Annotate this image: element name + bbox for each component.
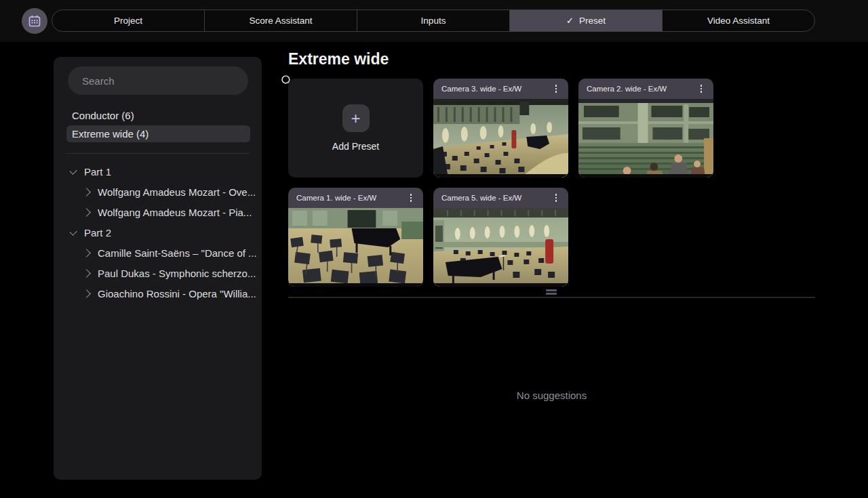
camera-preview <box>433 99 568 178</box>
tab-video-assistant[interactable]: Video Assistant <box>663 10 814 31</box>
chevron-right-icon <box>83 289 91 298</box>
tree-label: Wolfgang Amadeus Mozart - Ove... <box>98 186 256 198</box>
preset-card-camera-1[interactable]: Camera 1. wide - Ex/W <box>288 188 423 287</box>
app-window: Project Score Assistant Inputs ✓ Preset … <box>0 0 868 498</box>
tree-label: Gioachino Rossini - Opera "Willia... <box>98 288 256 299</box>
page-title: Extreme wide <box>288 50 389 68</box>
kebab-menu-icon[interactable] <box>696 83 707 94</box>
preset-card-header: Camera 3. wide - Ex/W <box>433 79 568 99</box>
preset-sidebar: Conductor (6) Extreme wide (4) Part 1 Wo… <box>54 57 262 480</box>
no-suggestions-text: No suggestions <box>288 390 815 401</box>
preset-card-header: Camera 5. wide - Ex/W <box>433 188 568 208</box>
category-label: Extreme wide (4) <box>72 128 149 140</box>
camera-preview <box>288 208 423 287</box>
search-input[interactable] <box>68 66 248 95</box>
tree-item-saint-saens[interactable]: Camille Saint-Saëns – "Dance of ... <box>83 245 257 260</box>
chevron-right-icon <box>83 269 91 278</box>
tree-item-rossini[interactable]: Gioachino Rossini - Opera "Willia... <box>83 286 256 301</box>
preset-card-header: Camera 1. wide - Ex/W <box>288 188 423 208</box>
preset-card-title: Camera 5. wide - Ex/W <box>441 194 551 202</box>
chevron-right-icon <box>83 188 91 196</box>
kebab-menu-icon[interactable] <box>551 83 561 94</box>
tree-label: Camille Saint-Saëns – "Dance of ... <box>98 247 257 259</box>
camera-preview <box>433 208 568 287</box>
suggestions-divider <box>288 297 815 298</box>
sidebar-divider <box>66 153 250 154</box>
chevron-down-icon <box>70 166 77 175</box>
preset-card-title: Camera 2. wide - Ex/W <box>587 85 696 93</box>
tab-label: Project <box>114 16 142 26</box>
category-conductor[interactable]: Conductor (6) <box>66 107 250 124</box>
preset-card-title: Camera 1. wide - Ex/W <box>296 194 406 202</box>
preset-card-camera-3[interactable]: Camera 3. wide - Ex/W <box>433 79 568 178</box>
preset-card-title: Camera 3. wide - Ex/W <box>441 85 551 93</box>
category-label: Conductor (6) <box>72 110 134 121</box>
kebab-menu-icon[interactable] <box>406 192 416 203</box>
preset-card-header: Camera 2. wide - Ex/W <box>578 79 713 99</box>
tree-item-mozart-piano[interactable]: Wolfgang Amadeus Mozart - Pia... <box>83 205 252 220</box>
chevron-right-icon <box>83 249 91 257</box>
tree-item-mozart-overture[interactable]: Wolfgang Amadeus Mozart - Ove... <box>83 184 256 199</box>
check-icon: ✓ <box>566 16 574 26</box>
tree-label: Wolfgang Amadeus Mozart - Pia... <box>98 207 252 218</box>
tree-label: Part 1 <box>84 166 111 178</box>
calendar-icon <box>28 14 41 28</box>
schedule-button[interactable] <box>22 8 47 34</box>
tab-inputs[interactable]: Inputs <box>357 10 510 31</box>
panel-resize-handle[interactable] <box>546 289 557 295</box>
add-preset-label: Add Preset <box>332 141 379 152</box>
tab-label: Video Assistant <box>707 16 770 26</box>
tab-project[interactable]: Project <box>52 10 205 31</box>
top-bar: Project Score Assistant Inputs ✓ Preset … <box>0 0 868 42</box>
tree-part-2[interactable]: Part 2 <box>70 225 111 240</box>
tree-part-1[interactable]: Part 1 <box>70 164 111 179</box>
tab-label: Preset <box>579 16 606 26</box>
chevron-down-icon <box>70 227 77 236</box>
plus-icon: + <box>342 104 370 132</box>
tab-score-assistant[interactable]: Score Assistant <box>205 10 357 31</box>
category-extreme-wide[interactable]: Extreme wide (4) <box>66 125 250 142</box>
camera-preview <box>578 99 713 178</box>
tab-label: Score Assistant <box>249 16 312 26</box>
tree-label: Part 2 <box>84 227 111 238</box>
preset-card-camera-5[interactable]: Camera 5. wide - Ex/W <box>433 188 568 287</box>
tree-item-dukas[interactable]: Paul Dukas - Symphonic scherzo... <box>83 266 256 281</box>
chevron-right-icon <box>83 208 91 217</box>
tree-label: Paul Dukas - Symphonic scherzo... <box>98 268 256 279</box>
kebab-menu-icon[interactable] <box>551 192 561 203</box>
preset-card-camera-2[interactable]: Camera 2. wide - Ex/W <box>578 79 713 178</box>
mode-tabs: Project Score Assistant Inputs ✓ Preset … <box>52 9 815 32</box>
add-preset-button[interactable]: + Add Preset <box>288 79 423 178</box>
tab-preset[interactable]: ✓ Preset <box>510 10 663 31</box>
tab-label: Inputs <box>421 16 446 26</box>
